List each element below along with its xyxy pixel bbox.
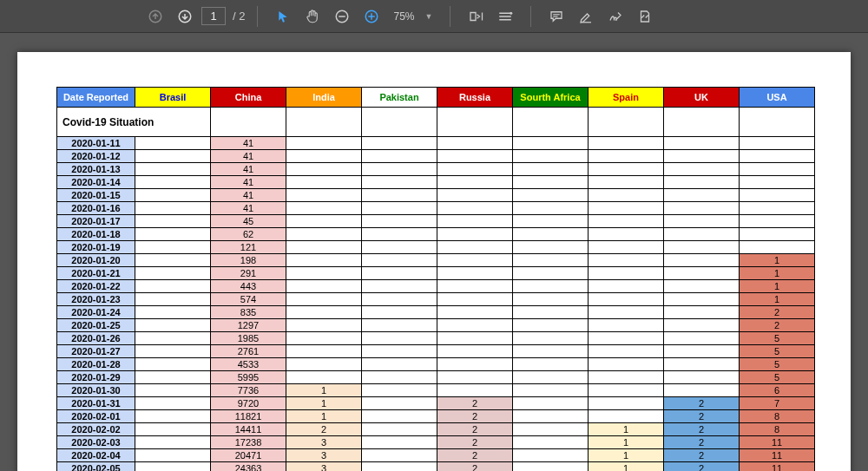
cell-usa: 2 (740, 319, 815, 332)
cell-china: 41 (211, 150, 286, 163)
cell-spain (589, 215, 664, 228)
cell-brasil (135, 241, 211, 254)
cell-india (286, 163, 362, 176)
cell-date: 2020-01-24 (57, 306, 135, 319)
cell-usa: 11 (740, 462, 815, 472)
col-spain: Spain (589, 88, 664, 108)
cell-date: 2020-01-20 (57, 254, 135, 267)
cell-spain: 1 (589, 462, 664, 472)
cell-pak (362, 436, 437, 449)
zoom-select[interactable]: 75% ▼ (388, 9, 437, 24)
cell-sa (513, 150, 589, 163)
more-tools-button[interactable] (632, 3, 658, 29)
cell-brasil (135, 462, 211, 472)
cell-russia: 2 (437, 449, 513, 462)
cell-spain: 1 (589, 423, 664, 436)
cell-pak (362, 189, 437, 202)
cell-spain (589, 176, 664, 189)
cell-brasil (135, 280, 211, 293)
table-row: 2020-02-0317238321211 (57, 436, 815, 449)
cell-china: 291 (211, 267, 286, 280)
cell-uk (664, 215, 740, 228)
header-row: Date Reported Brasil China India Pakista… (57, 88, 815, 108)
cell-uk: 2 (664, 410, 740, 423)
cell-usa: 8 (740, 423, 815, 436)
cell-usa: 1 (740, 280, 815, 293)
cell-russia (437, 358, 513, 371)
page-number-input[interactable] (201, 7, 226, 25)
cell-date: 2020-01-22 (57, 280, 135, 293)
table-row: 2020-01-2845335 (57, 358, 815, 371)
table-row: 2020-01-201981 (57, 254, 815, 267)
cell-russia: 2 (437, 436, 513, 449)
cell-date: 2020-01-11 (57, 137, 135, 150)
cell-pak (362, 423, 437, 436)
cell-brasil (135, 410, 211, 423)
cell-china: 121 (211, 241, 286, 254)
cell-india (286, 215, 362, 228)
cell-china: 1985 (211, 332, 286, 345)
cell-sa (513, 410, 589, 423)
col-uk: UK (664, 88, 740, 108)
table-row: 2020-02-021441122128 (57, 423, 815, 436)
cell-usa: 7 (740, 397, 815, 410)
cell-india (286, 319, 362, 332)
cell-usa: 5 (740, 371, 815, 384)
table-row: 2020-01-2959955 (57, 371, 815, 384)
cell-pak (362, 293, 437, 306)
document-viewport[interactable]: Covid-19 Situation Date Reported Brasil … (0, 33, 868, 471)
table-row: 2020-01-1341 (57, 163, 815, 176)
highlight-button[interactable] (573, 3, 599, 29)
table-row: 2020-01-1541 (57, 189, 815, 202)
hand-tool-button[interactable] (299, 3, 326, 29)
cell-spain (589, 189, 664, 202)
select-tool-button[interactable] (270, 3, 296, 29)
cell-brasil (135, 449, 211, 462)
cell-sa (513, 176, 589, 189)
prev-page-button[interactable] (142, 3, 168, 29)
cell-russia (437, 189, 513, 202)
cell-india (286, 254, 362, 267)
cell-sa (513, 462, 589, 472)
cell-spain (589, 358, 664, 371)
cell-spain (589, 241, 664, 254)
cell-pak (362, 228, 437, 241)
cell-uk (664, 189, 740, 202)
cell-usa (740, 150, 815, 163)
table-row: 2020-01-1441 (57, 176, 815, 189)
cell-pak (362, 202, 437, 215)
reflow-button[interactable] (492, 3, 518, 29)
comment-button[interactable] (543, 3, 569, 29)
cell-russia: 2 (437, 397, 513, 410)
zoom-out-button[interactable] (329, 3, 355, 29)
cell-date: 2020-02-05 (57, 462, 135, 472)
cell-uk (664, 306, 740, 319)
cell-spain (589, 202, 664, 215)
cell-brasil (135, 137, 211, 150)
cell-spain: 1 (589, 436, 664, 449)
cell-uk (664, 202, 740, 215)
cell-date: 2020-01-21 (57, 267, 135, 280)
sign-button[interactable] (602, 3, 628, 29)
cell-usa (740, 215, 815, 228)
cell-uk: 2 (664, 397, 740, 410)
cell-date: 2020-02-01 (57, 410, 135, 423)
cell-russia (437, 267, 513, 280)
fit-width-button[interactable] (463, 3, 489, 29)
chevron-down-icon: ▼ (425, 12, 433, 21)
zoom-in-button[interactable] (358, 3, 385, 29)
cell-usa: 2 (740, 306, 815, 319)
table-row: 2020-01-1862 (57, 228, 815, 241)
cell-india (286, 228, 362, 241)
cell-brasil (135, 215, 211, 228)
cell-china: 62 (211, 228, 286, 241)
cell-uk (664, 319, 740, 332)
cell-russia (437, 215, 513, 228)
cell-uk (664, 241, 740, 254)
cell-india (286, 176, 362, 189)
next-page-button[interactable] (172, 3, 198, 29)
svg-point-7 (510, 11, 513, 14)
document-page: Covid-19 Situation Date Reported Brasil … (17, 52, 851, 471)
covid-table: Covid-19 Situation Date Reported Brasil … (56, 87, 815, 471)
cell-spain (589, 150, 664, 163)
